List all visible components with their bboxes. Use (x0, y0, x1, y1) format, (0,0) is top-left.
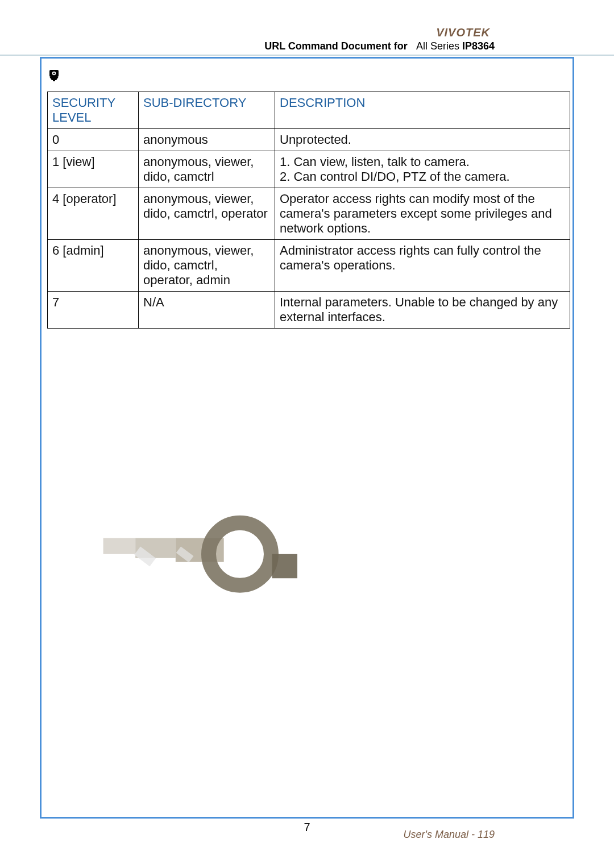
cell-desc: Operator access rights can modify most o… (275, 188, 570, 240)
cell-desc: Unprotected. (275, 129, 570, 151)
table-row: 7 N/A Internal parameters. Unable to be … (48, 292, 570, 329)
watermark-logo (70, 456, 297, 684)
cell-level: 7 (48, 292, 139, 329)
cell-level: 0 (48, 129, 139, 151)
content-frame: SECURITY LEVEL SUB-DIRECTORY DESCRIPTION… (40, 57, 574, 819)
doc-title-model: IP8364 (462, 40, 495, 52)
footer-page-number: 7 (0, 821, 614, 834)
cell-sub: anonymous (139, 129, 275, 151)
svg-point-4 (196, 510, 284, 599)
footer-manual-page: 119 (478, 829, 495, 840)
cell-sub: anonymous, viewer, dido, camctrl (139, 151, 275, 188)
footer-manual-label: User's Manual - 119 (403, 829, 495, 841)
brand-label: VIVOTEK (0, 26, 490, 39)
doc-title: URL Command Document for All Series IP83… (0, 40, 495, 52)
cell-desc: Administrator access rights can fully co… (275, 240, 570, 292)
svg-point-2 (53, 72, 55, 74)
col-header-sub-directory: SUB-DIRECTORY (139, 92, 275, 129)
footer-manual-text: User's Manual - (403, 829, 477, 840)
table-row: 0 anonymous Unprotected. (48, 129, 570, 151)
cell-level: 4 [operator] (48, 188, 139, 240)
table-row: 6 [admin] anonymous, viewer, dido, camct… (48, 240, 570, 292)
doc-title-prefix: URL Command Document for (264, 40, 408, 52)
table-header-row: SECURITY LEVEL SUB-DIRECTORY DESCRIPTION (48, 92, 570, 129)
cell-sub: anonymous, viewer, dido, camctrl, operat… (139, 188, 275, 240)
doc-title-series: All Series (416, 40, 459, 52)
document-page: VIVOTEK URL Command Document for All Ser… (0, 0, 614, 868)
header-divider (0, 55, 614, 56)
cell-sub: N/A (139, 292, 275, 329)
security-table: SECURITY LEVEL SUB-DIRECTORY DESCRIPTION… (47, 92, 570, 329)
svg-rect-3 (53, 80, 55, 81)
cell-desc: 1. Can view, listen, talk to camera. 2. … (275, 151, 570, 188)
table-row: 1 [view] anonymous, viewer, dido, camctr… (48, 151, 570, 188)
cell-level: 1 [view] (48, 151, 139, 188)
svg-rect-6 (176, 546, 194, 562)
col-header-security-level: SECURITY LEVEL (48, 92, 139, 129)
svg-rect-5 (134, 547, 156, 567)
table-row: 4 [operator] anonymous, viewer, dido, ca… (48, 188, 570, 240)
col-header-description: DESCRIPTION (275, 92, 570, 129)
camera-icon (48, 69, 62, 81)
page-header: VIVOTEK URL Command Document for All Ser… (0, 26, 614, 52)
cell-desc: Internal parameters. Unable to be change… (275, 292, 570, 329)
cell-level: 6 [admin] (48, 240, 139, 292)
cell-sub: anonymous, viewer, dido, camctrl, operat… (139, 240, 275, 292)
